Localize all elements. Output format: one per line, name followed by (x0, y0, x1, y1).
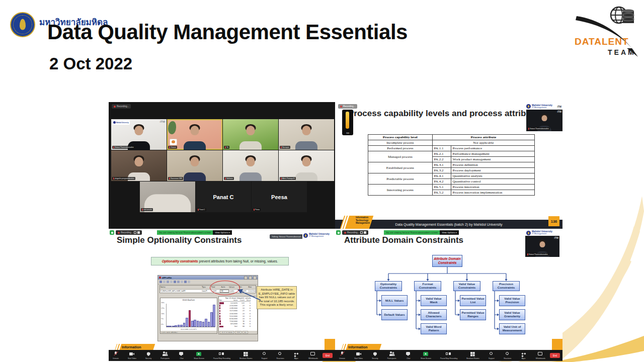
toolbar-item-chat[interactable]: Chat (179, 351, 185, 359)
itm-watermark: iTM (160, 120, 165, 123)
toolbar-item-share-screen[interactable]: Share Screen (194, 351, 204, 359)
team-wordmark: TEAM (608, 48, 636, 56)
toolbar-item-security[interactable]: Security (372, 351, 378, 359)
toolbar-item-apps[interactable]: Apps (521, 351, 527, 359)
end-meeting-button[interactable]: End (323, 353, 333, 358)
definition-callout: Optionality constraints prevent attribut… (151, 257, 289, 265)
histogram-bar (175, 325, 177, 327)
toolbar-item-label: Start Video (354, 357, 363, 359)
end-meeting-button[interactable]: End (550, 353, 560, 358)
toolbar-item-participants[interactable]: Participants (160, 351, 170, 359)
toolbar-item-pause-stop-recording[interactable]: Pause/Stop Recording (440, 351, 457, 359)
muted-mic-icon (281, 146, 282, 148)
itm-program-logo: Information Technology Management (337, 216, 371, 229)
participants-icon (162, 351, 168, 356)
toolbar-item-unmute[interactable]: Unmute (339, 351, 345, 359)
muted-mic-icon (142, 209, 143, 210)
toolbar-item-security[interactable]: Security (145, 351, 151, 359)
table-header-level: Process capability level (368, 135, 433, 140)
toolbar-item-unmute[interactable]: Unmute (113, 351, 119, 359)
toolbar-item-whiteboards[interactable]: Whiteboards (536, 351, 545, 359)
histogram-bar (189, 310, 191, 327)
instructor-video-thumbnail: iTM Sotarat Thammaboosadee (525, 236, 559, 257)
annotation-slider[interactable]: 100 (342, 110, 353, 135)
mu-itm-logo: Mahidol University IT Management (302, 231, 335, 239)
toolbar-item-label: Breakout Rooms (466, 357, 479, 359)
table-cell: Not applicable (432, 140, 534, 146)
unmute-icon (113, 351, 119, 356)
diagram-child-node: Default Values (381, 309, 408, 320)
toolbar-item-label: Participants (160, 357, 170, 359)
itm-mark: iTM (557, 105, 561, 108)
table-cell: Process deployment (451, 168, 534, 173)
table-cell: Incomplete process (368, 140, 433, 146)
toolbar-item-label: Security (145, 357, 151, 359)
y-axis-tick: 15% (161, 308, 165, 309)
toolbar-item-support[interactable]: Support (262, 351, 268, 359)
toolbar-item-share-screen[interactable]: Share Screen (421, 351, 431, 359)
participant-silhouette (140, 182, 195, 212)
participant-name-chip: Tik (224, 146, 229, 149)
histogram-x-label: 6/22/1968 3/13/1973 (160, 328, 217, 330)
toolbar-item-breakout-rooms[interactable]: Breakout Rooms (239, 351, 252, 359)
toolbar-item-support[interactable]: Support (489, 351, 495, 359)
mahidol-seal-icon (303, 233, 308, 238)
participant-name-chip: Nokkaew (224, 177, 234, 180)
toolbar-item-pause-stop-recording[interactable]: Pause/Stop Recording (213, 351, 230, 359)
recording-badge: Recording... (342, 230, 368, 235)
toolbar-item-apps[interactable]: Apps (293, 351, 299, 359)
view-options-button[interactable]: View Options ▾ (213, 230, 231, 235)
zoom-toolbar: UnmuteStart VideoSecurityParticipantsCha… (335, 350, 562, 361)
toolbar-item-participants[interactable]: Participants (387, 351, 396, 359)
window-titlebar[interactable]: dfProfile (158, 276, 258, 280)
histogram-bar (186, 318, 188, 327)
diagram-branch-node: Valid Value Constraints (453, 281, 480, 291)
table-cell: Predictable process (368, 173, 433, 185)
toolbar-item-start-video[interactable]: Start Video (354, 351, 363, 359)
whiteboards-icon (537, 351, 543, 356)
participant-display-name: Peesa (271, 194, 287, 200)
participant-name-chip: ploypahn pongsamdanakee (112, 177, 135, 180)
participant-name-tile: PeesaPeesa (252, 182, 307, 212)
pause-icon[interactable] (360, 231, 363, 234)
participant-silhouette (111, 150, 167, 181)
table-cell: Process definition (451, 162, 534, 168)
mahidol-mini-logo: Mahidol University (112, 120, 130, 125)
toolbar-item-chat[interactable]: Chat (406, 351, 412, 359)
toolbar-item-reactions[interactable]: Reactions (504, 351, 511, 359)
mahidol-seal-icon (526, 231, 531, 235)
close-button[interactable] (253, 276, 257, 280)
chat-icon (179, 351, 185, 356)
y-axis-tick: 20% (161, 302, 165, 304)
breakout-rooms-icon (243, 351, 249, 356)
process-capability-table: Process capability level Process attribu… (368, 134, 535, 196)
participant-video-icon (110, 230, 114, 235)
attribute-domain-slide-screenshot: Recording... You are viewing Sotarat Tha… (335, 229, 562, 361)
recording-dot-icon (340, 106, 342, 108)
grid-cell: E_EMPLOYEE_INFO.HIRE_DATE (160, 290, 201, 292)
datalent-wordmark: DATALENT (575, 36, 629, 47)
stop-icon[interactable] (364, 231, 366, 234)
participant-video-tile: Tik (223, 119, 278, 150)
toolbar-item-start-video[interactable]: Start Video (128, 351, 136, 359)
toolbar-item-whiteboards[interactable]: Whiteboards (308, 351, 318, 359)
toolbar-item-breakout-rooms[interactable]: Breakout Rooms (466, 351, 479, 359)
participant-silhouette (279, 150, 334, 181)
process-capability-slide-screenshot: Recording... 100 Process capability leve… (335, 102, 562, 229)
toolbar-item-reactions[interactable]: Reactions (277, 351, 284, 359)
pause-icon[interactable] (134, 231, 136, 234)
slide-title: Attribute Domain Constraints (344, 235, 463, 245)
participant-video-tile: Mahidol UniversityiTMSotarat Thammaboosa… (111, 119, 167, 150)
view-options-button[interactable]: View Options ▾ (440, 230, 458, 235)
histogram-bar (213, 305, 215, 327)
participant-name-chip: Ailert, Punsaya N (280, 177, 296, 180)
toolbar-item-label: Chat (180, 357, 184, 359)
toolbar-item-label: Chat (407, 357, 410, 359)
minimize-button[interactable] (244, 276, 248, 280)
toolbar-item-label: Apps (522, 357, 526, 359)
maximize-button[interactable] (249, 276, 252, 280)
participant-display-name: Panat C (213, 194, 234, 200)
participant-video-tile: ploypahn pongsamdanakee (111, 150, 167, 181)
stop-icon[interactable] (137, 231, 140, 234)
mu-itm-logo: Mahidol University IT Management (525, 230, 559, 236)
